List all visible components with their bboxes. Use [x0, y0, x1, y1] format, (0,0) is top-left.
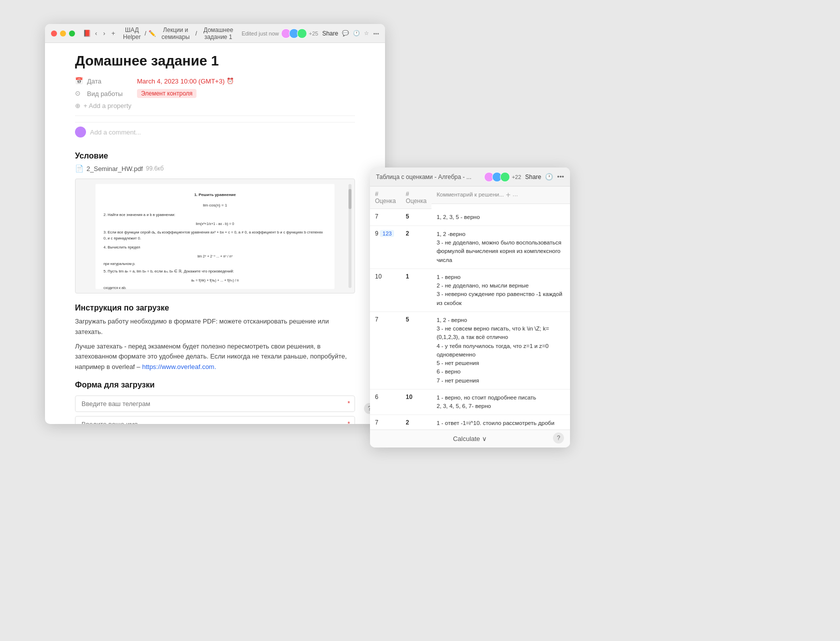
- telegram-required: *: [348, 400, 350, 407]
- calendar-icon: 📅: [75, 77, 83, 85]
- notebook-icon: 📕: [83, 30, 91, 37]
- overleaf-link[interactable]: https://www.overleaf.com.: [142, 363, 216, 370]
- grades-titlebar: Таблица с оценками - Алгебра - ... +22 S…: [370, 168, 570, 186]
- row-score-3: 1: [401, 268, 432, 312]
- name-input[interactable]: [75, 416, 355, 424]
- date-value[interactable]: March 4, 2023 10:00 (GMT+3): [137, 78, 224, 85]
- row-num-3: 10: [370, 268, 401, 312]
- grades-title: Таблица с оценками - Алгебра - ...: [376, 174, 482, 180]
- row-score-6: 2: [401, 415, 432, 430]
- chevron-down-icon: ∨: [482, 435, 487, 442]
- add-column-button[interactable]: +: [506, 190, 510, 200]
- grades-avatar-count: +22: [512, 174, 522, 180]
- share-button[interactable]: Share: [322, 30, 338, 37]
- row-score-2: 2: [401, 226, 432, 268]
- instruction-text-2: Лучше затехать - перед экзаменом будет п…: [75, 342, 355, 372]
- row-score-4: 5: [401, 312, 432, 389]
- maximize-button[interactable]: [69, 30, 75, 36]
- col-header-score: # Оценка: [401, 186, 432, 209]
- grades-clock-icon[interactable]: 🕐: [545, 173, 553, 180]
- edited-status: Edited just now: [242, 30, 279, 36]
- table-header-row: # Оценка # Оценка Комментарий к решени..…: [370, 186, 570, 209]
- file-attachment[interactable]: 📄 2_Seminar_HW.pdf 99.6кб: [75, 164, 355, 172]
- grades-table: # Оценка # Оценка Комментарий к решени..…: [370, 186, 570, 430]
- file-size: 99.6кб: [146, 165, 164, 172]
- row-comment-2: 1, 2 -верно 3 - не доделано, можно было …: [432, 226, 570, 268]
- score-badge: 123: [380, 230, 394, 237]
- telegram-input[interactable]: [75, 396, 355, 412]
- forward-button[interactable]: ›: [101, 28, 107, 38]
- file-icon: 📄: [75, 164, 84, 172]
- alarm-icon: ⏰: [226, 78, 234, 84]
- col-header-num: # Оценка: [370, 186, 401, 209]
- breadcrumb-lectures[interactable]: Лекции и семинары: [158, 26, 194, 40]
- minimize-button[interactable]: [60, 30, 66, 36]
- grades-share-button[interactable]: Share: [525, 174, 541, 180]
- page-title: Домашнее задание 1: [75, 53, 355, 69]
- add-property-button[interactable]: ⊕ + Add a property: [75, 102, 355, 110]
- date-label: Дата: [87, 78, 137, 85]
- clock-icon[interactable]: 🕐: [353, 30, 360, 36]
- breadcrumb-hw[interactable]: Домашнее задание 1: [199, 26, 238, 40]
- instruction-text-1: Загружать работу необходимо в формате PD…: [75, 316, 355, 338]
- col-options-button[interactable]: ···: [512, 192, 518, 199]
- breadcrumb-sep2: /: [196, 30, 197, 37]
- traffic-lights: [51, 30, 75, 36]
- avatar-3: [297, 28, 307, 38]
- pdf-scrollbar[interactable]: [348, 184, 352, 288]
- pdf-content: 1. Решить уравнение lim cos(n) = 1 2. На…: [96, 184, 334, 289]
- row-num-2: 9 123: [370, 226, 401, 268]
- date-property: 📅 Дата March 4, 2023 10:00 (GMT+3) ⏰: [75, 77, 355, 85]
- star-icon[interactable]: ☆: [364, 30, 369, 36]
- grades-avatar-group: +22: [486, 172, 522, 182]
- calculate-label: Calculate: [453, 435, 480, 442]
- table-row: 7 2 1 - ответ -1=i^10. стоило рассмотрет…: [370, 415, 570, 430]
- row-num-4: 7: [370, 312, 401, 389]
- name-field-wrapper: *: [75, 416, 355, 424]
- table-row: 6 10 1 - верно, но стоит подробнее писат…: [370, 389, 570, 415]
- main-titlebar: 📕 ‹ › + ШАД Helper / ✏️ Лекции и семинар…: [45, 24, 385, 43]
- calculate-button[interactable]: Calculate ∨: [453, 435, 487, 442]
- avatar-count: +25: [309, 30, 318, 36]
- table-row: 10 1 1 - верно 2 - не доделано, но мысли…: [370, 268, 570, 312]
- breadcrumb: ШАД Helper / ✏️ Лекции и семинары / Дома…: [121, 26, 238, 40]
- add-icon: ⊕: [75, 102, 80, 110]
- divider-1: [75, 116, 355, 116]
- row-comment-3: 1 - верно 2 - не доделано, но мысли верн…: [432, 268, 570, 312]
- titlebar-actions: Edited just now +25 Share 💬 🕐 ☆ •••: [242, 28, 379, 38]
- grades-footer: Calculate ∨: [370, 430, 570, 448]
- avatar-group: +25: [283, 28, 318, 38]
- instruction-title: Инструкция по загрузке: [75, 304, 355, 312]
- add-tab-button[interactable]: +: [110, 28, 118, 38]
- close-button[interactable]: [51, 30, 57, 36]
- condition-section-title: Условие: [75, 152, 355, 160]
- grades-table-container: # Оценка # Оценка Комментарий к решени..…: [370, 186, 570, 430]
- grades-help-button[interactable]: ?: [553, 432, 564, 444]
- comment-icon[interactable]: 💬: [342, 30, 349, 36]
- grades-more-icon[interactable]: •••: [557, 173, 564, 180]
- back-button[interactable]: ‹: [93, 28, 99, 38]
- comment-avatar: [75, 126, 86, 138]
- row-num-5: 6: [370, 389, 401, 415]
- grades-window: Таблица с оценками - Алгебра - ... +22 S…: [370, 168, 570, 448]
- row-comment-6: 1 - ответ -1=i^10. стоило рассмотреть др…: [432, 415, 570, 430]
- nav-buttons: 📕 ‹ › +: [83, 28, 117, 38]
- add-property-label: + Add a property: [84, 102, 132, 110]
- more-icon[interactable]: •••: [373, 30, 379, 36]
- breadcrumb-shad[interactable]: ШАД Helper: [121, 26, 142, 40]
- pdf-preview: 1. Решить уравнение lim cos(n) = 1 2. На…: [75, 178, 355, 294]
- add-comment-label: Add a comment...: [90, 128, 141, 136]
- table-row: 9 123 2 1, 2 -верно 3 - не доделано, мож…: [370, 226, 570, 268]
- form-title: Форма для загрузки: [75, 380, 355, 390]
- main-window: 📕 ‹ › + ШАД Helper / ✏️ Лекции и семинар…: [45, 24, 385, 424]
- breadcrumb-sep1: /: [144, 30, 146, 37]
- add-comment-row[interactable]: Add a comment...: [75, 122, 355, 142]
- row-num-6: 7: [370, 415, 401, 430]
- row-comment-4: 1, 2 - верно 3 - не совсем верно писать,…: [432, 312, 570, 389]
- row-comment-1: 1, 2, 3, 5 - верно: [432, 209, 570, 226]
- file-name: 2_Seminar_HW.pdf: [86, 165, 143, 172]
- telegram-field-wrapper: *: [75, 396, 355, 416]
- worktype-value[interactable]: Элемент контроля: [137, 89, 196, 98]
- name-required: *: [348, 420, 350, 424]
- table-row: 7 5 1, 2, 3, 5 - верно: [370, 209, 570, 226]
